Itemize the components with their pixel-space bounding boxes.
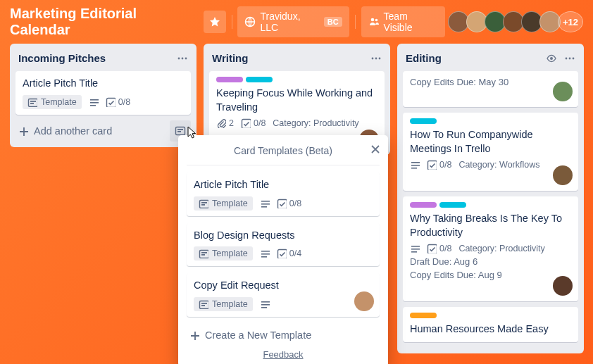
add-card-button[interactable]: Add another card [15,121,115,141]
list-header: Writing [209,49,385,71]
label-purple[interactable] [216,77,243,82]
list-footer: Add another card [15,120,191,142]
cursor-pointer-icon [186,126,200,142]
checklist-count: 0/8 [439,160,451,170]
checklist-icon [106,97,116,107]
label-teal[interactable] [439,202,466,208]
member-avatar[interactable] [553,276,573,296]
description-icon [410,160,420,170]
card-labels [410,313,571,318]
list-title[interactable]: Incoming Pitches [18,52,106,64]
card-badges: 0/8 Category: Productivity [410,244,571,253]
list-menu-button[interactable] [177,53,188,64]
list-incoming-pitches: Incoming Pitches Article Pitch Title Tem… [10,44,196,147]
plus-icon [189,330,199,340]
template-icon [27,97,37,107]
star-button[interactable] [204,11,226,33]
list-menu-button[interactable] [564,53,575,64]
description-badge [260,299,270,309]
member-avatar[interactable] [354,291,374,311]
template-icon [199,199,208,208]
create-template-button[interactable]: Create a New Template [187,324,380,346]
list-header: Editing [403,49,578,71]
feedback-link[interactable]: Feedback [187,346,380,360]
checklist-badge: 0/8 [106,97,130,107]
popover-header: Card Templates (Beta) [187,142,380,165]
org-name: Travidux, LLC [260,11,319,33]
card[interactable]: Why Taking Breaks Is The Key To Producti… [403,196,578,301]
checklist-icon [241,118,251,128]
checklist-count: 0/4 [289,249,301,258]
checklist-count: 0/8 [289,199,301,208]
card-badges: Template 0/8 [194,196,373,211]
card-title: Why Taking Breaks Is The Key To Producti… [410,212,571,239]
checklist-count: 0/8 [254,118,266,128]
template-label: Template [212,299,248,309]
category-text: Category: Productivity [273,118,358,128]
close-button[interactable] [370,144,380,156]
card-title: Article Pitch Title [23,77,184,91]
description-icon [260,299,270,309]
template-label: Template [212,199,248,208]
description-icon [260,249,270,258]
checklist-badge: 0/8 [241,118,266,128]
template-title: Article Pitch Title [194,178,373,192]
visibility-button[interactable]: Team Visible [361,6,445,37]
label-orange[interactable] [410,313,437,318]
card-title: Keeping Focus While Working and Travelin… [216,87,377,114]
template-card[interactable]: Copy Edit Request Template [187,273,380,317]
star-icon [209,16,220,27]
card[interactable]: Human Resources Made Easy [403,307,578,342]
template-badge: Template [194,196,253,211]
description-badge [260,249,270,258]
template-icon [199,299,208,309]
add-card-label: Add another card [34,125,112,137]
avatar-overflow[interactable]: +12 [558,11,583,32]
template-card[interactable]: Article Pitch Title Template 0/8 [187,172,380,216]
category-text: Category: Productivity [458,244,544,253]
card[interactable]: How To Run Companywide Meetings In Trell… [403,113,578,191]
template-card[interactable]: Blog Design Requests Template 0/4 [187,223,380,267]
card[interactable]: Keeping Focus While Working and Travelin… [209,71,385,144]
checklist-icon [277,249,287,258]
member-avatars: +12 [451,11,583,32]
attachment-icon [216,118,226,128]
member-avatar[interactable] [553,165,573,185]
label-teal[interactable] [410,118,437,124]
list-title[interactable]: Editing [406,52,442,64]
card-badges: Template 0/8 [23,95,184,109]
card-labels [410,118,571,124]
attachment-badge: 2 [216,118,234,128]
card-badges: Template 0/4 [194,246,373,261]
list-editing: Editing Copy Edits Due: May 30 How To Ru… [397,44,584,353]
member-avatar[interactable] [553,82,573,101]
draft-due-text: Draft Due: Aug 6 [410,256,571,267]
list-title[interactable]: Writing [212,52,248,64]
globe-icon [244,16,256,27]
checklist-badge: 0/8 [427,160,451,170]
card-templates-popover: Card Templates (Beta) Article Pitch Titl… [178,135,388,364]
card[interactable]: Copy Edits Due: May 30 [403,71,578,107]
org-button[interactable]: Travidux, LLC BC [237,6,349,37]
plus-icon [18,126,28,136]
description-icon [260,199,270,208]
card-labels [216,77,377,82]
list-menu-button[interactable] [370,53,382,64]
divider [232,15,232,29]
label-purple[interactable] [410,202,437,208]
org-badge: BC [324,17,342,27]
category-text: Category: Workflows [458,160,539,170]
close-icon [370,144,380,153]
template-badge: Template [194,246,253,261]
watch-icon [546,53,557,64]
list-header: Incoming Pitches [15,49,191,71]
description-badge [89,97,99,107]
label-teal[interactable] [246,77,273,82]
checklist-badge: 0/8 [427,244,451,253]
board-header: Marketing Editorial Calendar Travidux, L… [0,0,593,44]
copy-due-text: Copy Edits Due: Aug 9 [410,270,571,280]
card[interactable]: Article Pitch Title Template 0/8 [15,71,191,115]
checklist-count: 0/8 [118,97,130,107]
card-badges: Template [194,297,351,311]
board-title: Marketing Editorial Calendar [10,6,198,38]
